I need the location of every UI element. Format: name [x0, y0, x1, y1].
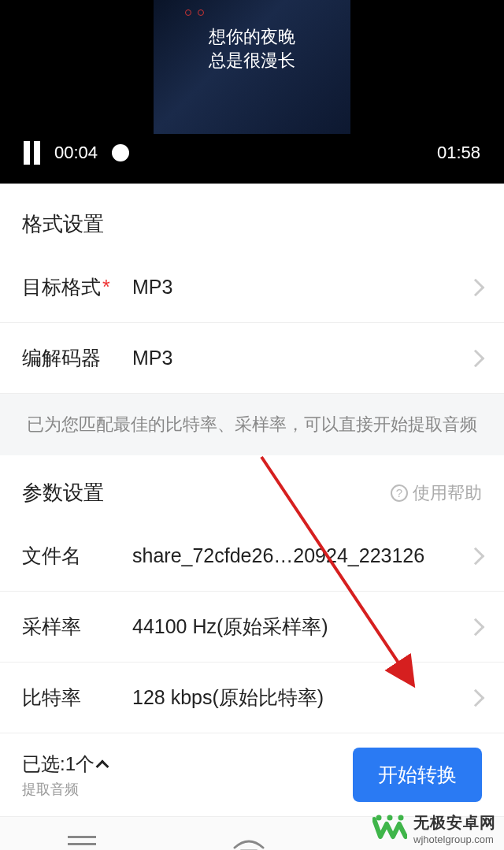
svg-point-4	[398, 815, 404, 821]
filename-value: share_72cfde26…20924_223126	[132, 544, 461, 567]
required-star-icon: *	[102, 276, 110, 298]
help-link[interactable]: ? 使用帮助	[391, 481, 482, 505]
chevron-right-icon	[467, 278, 485, 296]
watermark: 无极安卓网 wjhotelgroup.com	[372, 812, 496, 845]
param-section-header: 参数设置 ? 使用帮助	[0, 455, 504, 521]
hint-message: 已为您匹配最佳的比特率、采样率，可以直接开始提取音频	[0, 394, 504, 455]
svg-point-2	[376, 815, 382, 821]
param-section-title: 参数设置	[22, 479, 391, 507]
video-controls: 00:04 01:58	[0, 141, 504, 165]
chevron-right-icon	[467, 547, 485, 565]
home-icon[interactable]	[232, 833, 266, 851]
lyric-line-2: 总是很漫长	[209, 49, 295, 72]
codec-label: 编解码器	[22, 345, 132, 371]
target-format-row[interactable]: 目标格式* MP3	[0, 252, 504, 323]
codec-value: MP3	[132, 347, 461, 369]
progress-handle[interactable]	[112, 144, 129, 161]
watermark-logo-icon	[372, 813, 407, 844]
chevron-right-icon	[467, 618, 485, 636]
selected-count-label: 已选:1个	[22, 752, 94, 777]
filename-label: 文件名	[22, 543, 132, 569]
samplerate-row[interactable]: 采样率 44100 Hz(原始采样率)	[0, 592, 504, 663]
samplerate-label: 采样率	[22, 614, 132, 640]
question-circle-icon: ?	[391, 484, 408, 502]
target-format-value: MP3	[132, 276, 461, 299]
samplerate-value: 44100 Hz(原始采样率)	[132, 614, 461, 640]
menu-icon[interactable]	[68, 836, 96, 850]
video-thumbnail: 想你的夜晚 总是很漫长	[154, 0, 350, 134]
video-player[interactable]: 想你的夜晚 总是很漫长 00:04 01:58	[0, 0, 504, 184]
bitrate-value: 128 kbps(原始比特率)	[132, 685, 461, 711]
bitrate-label: 比特率	[22, 685, 132, 711]
format-section-title: 格式设置	[0, 184, 504, 252]
bottom-action-bar: 已选:1个 提取音频 开始转换	[0, 733, 504, 816]
filename-row[interactable]: 文件名 share_72cfde26…20924_223126	[0, 521, 504, 592]
pause-button[interactable]	[24, 141, 40, 165]
time-total: 01:58	[437, 143, 480, 163]
time-elapsed: 00:04	[54, 143, 98, 163]
start-convert-button[interactable]: 开始转换	[353, 748, 482, 802]
selected-summary[interactable]: 已选:1个 提取音频	[22, 752, 353, 799]
bitrate-row[interactable]: 比特率 128 kbps(原始比特率)	[0, 663, 504, 733]
svg-point-3	[387, 815, 393, 821]
video-indicator-dots	[185, 9, 204, 16]
watermark-title: 无极安卓网	[413, 812, 496, 833]
codec-row[interactable]: 编解码器 MP3	[0, 323, 504, 394]
chevron-right-icon	[467, 689, 485, 707]
help-label: 使用帮助	[413, 481, 482, 505]
lyric-line-1: 想你的夜晚	[209, 25, 295, 49]
selected-subtitle: 提取音频	[22, 780, 353, 799]
target-format-label: 目标格式*	[22, 274, 132, 300]
chevron-up-icon	[96, 759, 109, 773]
watermark-url: wjhotelgroup.com	[413, 833, 496, 845]
chevron-right-icon	[467, 349, 485, 367]
